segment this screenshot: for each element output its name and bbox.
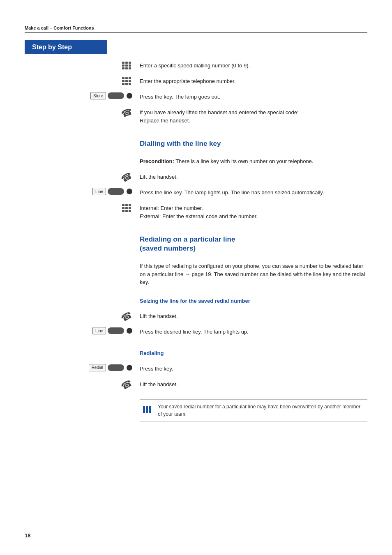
header-title: Make a call – Comfort Functions [25,25,94,30]
svg-rect-8 [129,67,131,69]
section-title-dialling: Dialling with the line key [140,129,367,152]
svg-rect-3 [122,64,125,67]
section-dialling: Dialling with the line key [25,129,367,152]
step-by-step-banner: Step by Step [25,40,107,54]
section-redialing: Redialing on a particular line(saved num… [25,224,367,257]
handset-lift-icon-2: ☎ [119,309,134,324]
keypad-icon [121,61,132,72]
note-area: Your saved redial number for a particula… [140,395,367,421]
redialing-intro-text: If this type of redialing is configured … [140,261,367,286]
step-row: Internal: Enter the number.External: Ent… [25,203,367,220]
step-row: Line Press the desired line key. The lam… [25,327,367,339]
note-box: Your saved redial number for a particula… [140,399,367,421]
svg-rect-22 [125,207,128,209]
svg-rect-26 [129,210,131,212]
handset-replace-icon: ☎ [120,106,134,120]
step-text: Press the line key. The lamp lights up. … [140,188,367,197]
svg-rect-10 [125,77,128,79]
svg-rect-5 [129,64,131,67]
step-left: Store [25,92,140,99]
precondition-text: Precondition: There is a line key with i… [140,157,367,166]
redial-button-label: Redial [89,364,106,371]
subsection-redial-row: Redialing [25,343,367,360]
step-text: If you have already lifted the handset a… [140,108,367,124]
step-left: Line [25,188,140,195]
subsection-seize-title: Seizing the line for the saved redial nu… [140,290,367,308]
redialing-intro-row: If this type of redialing is configured … [25,261,367,286]
section-title-redialing: Redialing on a particular line(saved num… [140,224,367,257]
svg-rect-7 [125,67,128,69]
header-section: Make a call – Comfort Functions [25,25,367,33]
svg-rect-21 [122,207,125,209]
step-row: Redial Press the key. [25,364,367,375]
svg-rect-17 [129,83,131,85]
svg-rect-23 [129,207,131,209]
line-button-label-2: Line [92,327,106,334]
page: Make a call – Comfort Functions Step by … [0,0,392,555]
svg-rect-11 [129,77,131,79]
step-row: Line Press the line key. The lamp lights… [25,188,367,199]
svg-rect-1 [125,62,128,64]
step-text: Press the desired line key. The lamp lig… [140,327,367,336]
svg-rect-0 [122,62,125,64]
lamp-indicator-2 [127,328,132,334]
svg-rect-16 [125,83,128,85]
step-row: ☎ Lift the handset. [25,172,367,184]
step-text: Lift the handset. [140,172,367,181]
svg-rect-29 [149,406,151,413]
step-text: Press the key. The lamp goes out. [140,92,367,101]
svg-rect-9 [122,77,125,79]
step-left: Redial [25,364,140,371]
svg-rect-13 [125,80,128,82]
svg-rect-4 [125,64,128,67]
keypad-icon [121,203,132,215]
svg-rect-2 [129,62,131,64]
svg-rect-19 [125,204,128,206]
step-left: ☎ [25,311,140,322]
step-text: Press the key. [140,364,367,373]
step-left: ☎ [25,380,140,390]
step-row: Enter the appropriate telephone number. [25,76,367,88]
lamp-indicator-3 [127,365,132,371]
handset-lift-icon: ☎ [119,170,134,185]
step-row: ☎ Lift the handset. [25,311,367,323]
step-text: Enter a specific speed dialling number (… [140,61,367,70]
svg-rect-25 [125,210,128,212]
handset-lift-icon-3: ☎ [119,378,134,392]
svg-rect-18 [122,204,125,206]
keypad-icon [121,76,132,88]
svg-rect-28 [146,406,148,413]
subsection-seize-row: Seizing the line for the saved redial nu… [25,290,367,308]
svg-rect-12 [122,80,125,82]
note-icon [141,403,154,415]
step-left [25,61,140,72]
step-left [25,76,140,88]
lamp-indicator [127,189,132,194]
precondition-row: Precondition: There is a line key with i… [25,157,367,168]
step-row: ☎ Lift the handset. [25,380,367,391]
step-left: Line [25,327,140,334]
svg-rect-14 [129,80,131,82]
lamp-indicator [127,93,132,99]
step-text: Lift the handset. [140,311,367,320]
svg-rect-20 [129,204,131,206]
step-text: Enter the appropriate telephone number. [140,76,367,85]
step-left: ☎ [25,172,140,183]
store-button-label: Store [90,92,106,99]
subsection-redial-title: Redialing [140,343,367,360]
page-number: 18 [25,532,30,539]
note-row: Your saved redial number for a particula… [25,395,367,421]
note-bars-icon [142,404,154,415]
step-row: Store Press the key. The lamp goes out. [25,92,367,104]
svg-rect-24 [122,210,125,212]
step-left [25,203,140,215]
step-row: ☎ If you have already lifted the handset… [25,108,367,124]
step-left: ☎ [25,108,140,118]
step-text: Internal: Enter the number.External: Ent… [140,203,367,220]
note-text: Your saved redial number for a particula… [158,403,366,418]
step-row: Enter a specific speed dialling number (… [25,61,367,72]
line-button-label: Line [92,188,106,195]
svg-rect-15 [122,83,125,85]
svg-rect-27 [143,406,145,413]
svg-rect-6 [122,67,125,69]
